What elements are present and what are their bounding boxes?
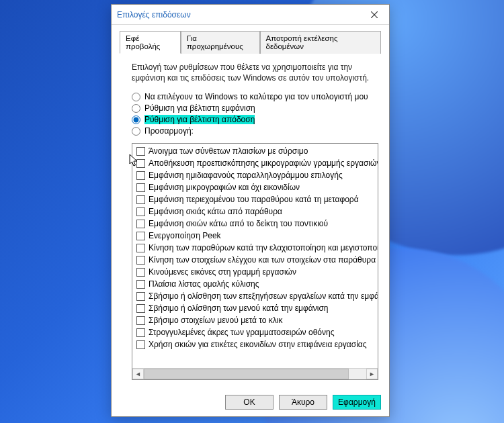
close-button[interactable] bbox=[365, 7, 384, 22]
radio-custom[interactable]: Προσαρμογή: bbox=[132, 126, 378, 136]
tab-advanced[interactable]: Για προχωρημένους bbox=[181, 31, 260, 54]
checkbox[interactable] bbox=[136, 195, 145, 204]
effect-checkbox-row[interactable]: Κίνηση των στοιχείων ελέγχου και των στο… bbox=[135, 254, 378, 266]
scroll-thumb[interactable] bbox=[144, 369, 349, 379]
performance-options-window: Επιλογές επιδόσεων Εφέ προβολής Για προχ… bbox=[111, 4, 390, 417]
effect-checkbox-row[interactable]: Πλαίσια λίστας ομαλής κύλισης bbox=[135, 278, 378, 290]
checkbox-label: Χρήση σκιών για ετικέτες εικονιδίων στην… bbox=[149, 338, 367, 350]
checkbox-label: Πλαίσια λίστας ομαλής κύλισης bbox=[149, 278, 259, 290]
radio-label: Ρύθμιση για βέλτιστη εμφάνιση bbox=[144, 103, 255, 113]
ok-button[interactable]: OK bbox=[225, 395, 274, 410]
checkbox-label: Στρογγυλεμένες άκρες των γραμματοσειρών … bbox=[149, 326, 334, 338]
checkbox-label: Σβήσιμο ή ολίσθηση των μενού κατά την εμ… bbox=[149, 302, 329, 314]
checkbox[interactable] bbox=[136, 292, 145, 301]
checkbox-label: Σβήσιμο στοιχείων μενού μετά το κλικ bbox=[149, 314, 283, 326]
effect-checkbox-row[interactable]: Σβήσιμο ή ολίσθηση των μενού κατά την εμ… bbox=[135, 302, 378, 314]
checkbox-label: Ενεργοποίηση Peek bbox=[149, 230, 221, 242]
radio-best-performance[interactable]: Ρύθμιση για βέλτιστη απόδοση bbox=[132, 115, 378, 124]
checkbox-label: Κινούμενες εικόνες στη γραμμή εργασιών bbox=[149, 266, 296, 278]
radio-input-best-performance[interactable] bbox=[132, 115, 140, 124]
checkbox[interactable] bbox=[136, 244, 145, 252]
effect-checkbox-row[interactable]: Χρήση σκιών για ετικέτες εικονιδίων στην… bbox=[135, 338, 378, 350]
checkbox-label: Εμφάνιση σκιάς κάτω από παράθυρα bbox=[149, 205, 282, 218]
checkbox[interactable] bbox=[136, 328, 145, 337]
effect-checkbox-row[interactable]: Ενεργοποίηση Peek bbox=[135, 230, 378, 242]
effects-list-box: Άνοιγμα των σύνθετων πλαισίων με σύρσιμο… bbox=[132, 143, 378, 380]
tab-dep[interactable]: Αποτροπή εκτέλεσης δεδομένων bbox=[260, 31, 382, 54]
effect-checkbox-row[interactable]: Αποθήκευση προεπισκόπησης μικρογραφιών γ… bbox=[135, 157, 378, 169]
checkbox[interactable] bbox=[136, 268, 145, 277]
radio-input-custom[interactable] bbox=[132, 127, 140, 136]
checkbox[interactable] bbox=[136, 171, 145, 180]
apply-button[interactable]: Εφαρμογή bbox=[333, 395, 381, 410]
radio-group: Να επιλέγουν τα Windows το καλύτερο για … bbox=[132, 90, 378, 138]
radio-label: Να επιλέγουν τα Windows το καλύτερο για … bbox=[144, 92, 368, 101]
checkbox-label: Εμφάνιση περιεχομένου του παραθύρου κατά… bbox=[149, 193, 359, 205]
titlebar: Επιλογές επιδόσεων bbox=[112, 5, 389, 25]
effect-checkbox-row[interactable]: Εμφάνιση σκιάς κάτω από παράθυρα bbox=[135, 205, 378, 218]
effect-checkbox-row[interactable]: Στρογγυλεμένες άκρες των γραμματοσειρών … bbox=[135, 326, 378, 338]
radio-input-best-appearance[interactable] bbox=[132, 104, 140, 113]
effect-checkbox-row[interactable]: Εμφάνιση περιεχομένου του παραθύρου κατά… bbox=[135, 193, 378, 205]
horizontal-scrollbar[interactable]: ◄ ► bbox=[132, 368, 378, 379]
checkbox[interactable] bbox=[136, 304, 145, 313]
checkbox-label: Κίνηση των στοιχείων ελέγχου και των στο… bbox=[149, 254, 376, 266]
effect-checkbox-row[interactable]: Εμφάνιση μικρογραφιών και όχι εικονιδίων bbox=[135, 181, 378, 193]
dialog-buttons: OK Άκυρο Εφαρμογή bbox=[112, 388, 389, 416]
scroll-track[interactable] bbox=[144, 369, 366, 379]
tabs: Εφέ προβολής Για προχωρημένους Αποτροπή … bbox=[120, 30, 381, 54]
checkbox[interactable] bbox=[136, 159, 145, 168]
scroll-left-arrow-icon[interactable]: ◄ bbox=[132, 369, 144, 379]
effect-checkbox-row[interactable]: Κινούμενες εικόνες στη γραμμή εργασιών bbox=[135, 266, 378, 278]
scroll-right-arrow-icon[interactable]: ► bbox=[366, 369, 378, 379]
effect-checkbox-row[interactable]: Σβήσιμο ή ολίσθηση των επεξηγήσεων εργαλ… bbox=[135, 290, 378, 302]
checkbox-label: Άνοιγμα των σύνθετων πλαισίων με σύρσιμο bbox=[149, 145, 308, 157]
checkbox-label: Σβήσιμο ή ολίσθηση των επεξηγήσεων εργαλ… bbox=[149, 290, 378, 302]
close-icon bbox=[371, 11, 378, 18]
radio-input-let-windows[interactable] bbox=[132, 93, 140, 101]
checkbox-label: Εμφάνιση μικρογραφιών και όχι εικονιδίων bbox=[149, 181, 300, 193]
effect-checkbox-row[interactable]: Σβήσιμο στοιχείων μενού μετά το κλικ bbox=[135, 314, 378, 326]
checkbox[interactable] bbox=[136, 207, 145, 216]
checkbox[interactable] bbox=[136, 340, 145, 349]
tab-visual-effects[interactable]: Εφέ προβολής bbox=[120, 31, 181, 54]
effect-checkbox-row[interactable]: Άνοιγμα των σύνθετων πλαισίων με σύρσιμο bbox=[135, 145, 378, 157]
radio-label: Προσαρμογή: bbox=[144, 126, 194, 136]
radio-label: Ρύθμιση για βέλτιστη απόδοση bbox=[144, 115, 255, 124]
checkbox-label: Κίνηση των παραθύρων κατά την ελαχιστοπο… bbox=[149, 242, 378, 254]
description-text: Επιλογή των ρυθμίσεων που θέλετε να χρησ… bbox=[132, 62, 378, 83]
checkbox[interactable] bbox=[136, 183, 145, 192]
cancel-button[interactable]: Άκυρο bbox=[279, 395, 327, 410]
checkbox-label: Αποθήκευση προεπισκόπησης μικρογραφιών γ… bbox=[149, 157, 378, 169]
radio-let-windows-decide[interactable]: Να επιλέγουν τα Windows το καλύτερο για … bbox=[132, 92, 378, 101]
effect-checkbox-row[interactable]: Εμφάνιση ημιδιαφανούς παραλληλογράμμου ε… bbox=[135, 169, 378, 181]
checkbox[interactable] bbox=[136, 316, 145, 325]
window-title: Επιλογές επιδόσεων bbox=[117, 10, 191, 19]
checkbox[interactable] bbox=[136, 232, 145, 240]
effect-checkbox-row[interactable]: Εμφάνιση σκιών κάτω από το δείκτη του πο… bbox=[135, 218, 378, 230]
checkbox-label: Εμφάνιση σκιών κάτω από το δείκτη του πο… bbox=[149, 218, 328, 230]
radio-best-appearance[interactable]: Ρύθμιση για βέλτιστη εμφάνιση bbox=[132, 103, 378, 113]
checkbox[interactable] bbox=[136, 280, 145, 289]
checkbox-label: Εμφάνιση ημιδιαφανούς παραλληλογράμμου ε… bbox=[149, 169, 343, 181]
checkbox[interactable] bbox=[136, 147, 145, 156]
checkbox[interactable] bbox=[136, 220, 145, 228]
effect-checkbox-row[interactable]: Κίνηση των παραθύρων κατά την ελαχιστοπο… bbox=[135, 242, 378, 254]
effects-list[interactable]: Άνοιγμα των σύνθετων πλαισίων με σύρσιμο… bbox=[132, 144, 378, 368]
checkbox[interactable] bbox=[136, 256, 145, 265]
